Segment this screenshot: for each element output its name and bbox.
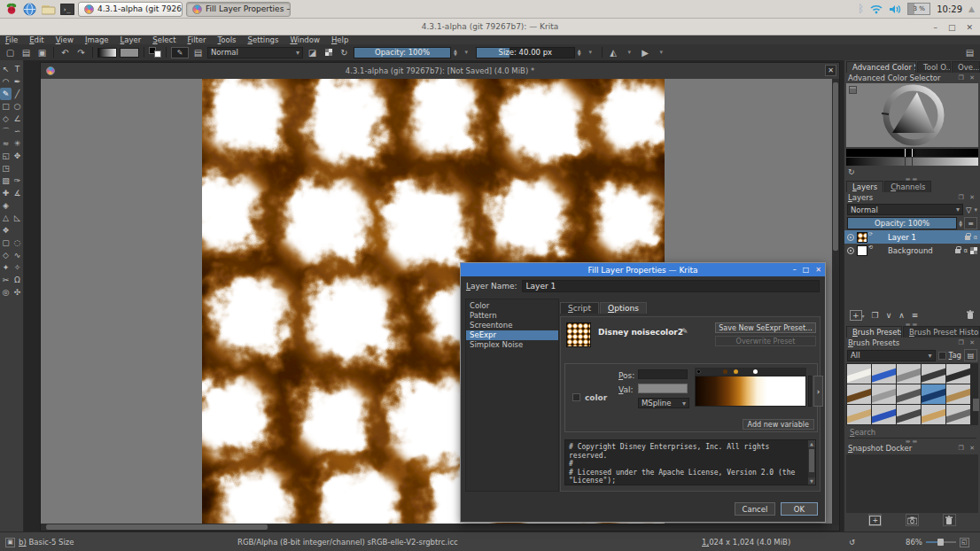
app-menu-raspberry-icon[interactable] — [4, 2, 19, 17]
tab-channels[interactable]: Channels — [884, 181, 931, 192]
value-gradient-strip[interactable] — [846, 158, 978, 166]
chevron-down-icon[interactable]: ▾ — [974, 206, 977, 213]
close-docker-icon[interactable]: ✕ — [969, 194, 976, 201]
tool-transform-cursor[interactable]: ↖ — [0, 63, 12, 75]
tool-bezier-curve[interactable]: ⌒ — [0, 125, 12, 137]
gradient-chooser[interactable] — [97, 48, 117, 58]
horizontal-scrollbar[interactable] — [41, 524, 832, 531]
gradient-stop[interactable] — [696, 369, 701, 374]
tool-bezier-select[interactable]: ✂ — [0, 274, 12, 286]
tool-contiguous-select[interactable]: ✦ — [0, 261, 12, 274]
terminal-icon[interactable]: ›_ — [59, 2, 74, 17]
reload-preset-icon[interactable]: ↻ — [338, 46, 351, 58]
brush-preset-tile[interactable] — [847, 364, 871, 384]
tool-freehand-brush[interactable]: ✎ — [0, 88, 12, 100]
tab-brush-preset-history[interactable]: Brush Preset History — [903, 326, 980, 338]
opacity-spinner[interactable]: ▲▼ — [454, 49, 457, 56]
float-docker-icon[interactable]: ❐ — [959, 445, 966, 452]
redo-icon[interactable]: ↷ — [74, 46, 88, 58]
tool-transform[interactable]: ◱ — [0, 150, 12, 162]
memory-sync-icon[interactable]: ↺ — [849, 538, 855, 547]
brush-preset-tile[interactable] — [946, 405, 970, 424]
visibility-eye-icon[interactable] — [847, 247, 854, 254]
create-snapshot-icon[interactable]: + — [868, 514, 882, 526]
display-mode-icon[interactable]: ▤ — [964, 349, 977, 361]
tool-move[interactable]: ✥ — [12, 150, 23, 162]
menu-file[interactable]: File — [5, 35, 18, 44]
layer-filter-icon[interactable]: ▽ — [966, 206, 972, 214]
mirror-h-options-icon[interactable]: ▾ — [623, 46, 636, 58]
tool-similar-select[interactable]: ✧ — [12, 261, 23, 274]
pattern-chooser[interactable] — [120, 48, 139, 58]
tool-edit-shapes[interactable]: ◠ — [0, 75, 12, 88]
color-profile-info[interactable]: RGB/Alpha (8-bit integer/channel) sRGB-e… — [237, 538, 458, 547]
brush-preset-tile[interactable] — [847, 405, 871, 424]
snapshot-list[interactable] — [846, 454, 978, 513]
cpu-monitor[interactable]: 3 % — [907, 3, 930, 15]
browser-icon[interactable] — [22, 2, 37, 17]
brush-preset-tile[interactable] — [946, 384, 970, 404]
tool-zoom[interactable]: ◎ — [0, 286, 12, 299]
brush-preset-grid[interactable] — [846, 363, 978, 425]
bluetooth-icon[interactable]: ᛒ — [858, 4, 864, 14]
tool-freehand-path[interactable]: ∽ — [12, 125, 23, 137]
menu-image[interactable]: Image — [85, 35, 109, 44]
preset-thumbnail[interactable] — [566, 322, 591, 347]
menu-edit[interactable]: Edit — [29, 35, 43, 44]
tab-script[interactable]: Script — [560, 302, 599, 314]
gradient-expand-arrow-icon[interactable]: › — [813, 376, 823, 407]
val-input[interactable] — [638, 384, 688, 393]
tool-ellipse[interactable]: ○ — [12, 100, 23, 113]
brush-preset-tile[interactable] — [872, 384, 896, 404]
ok-button[interactable]: OK — [781, 502, 818, 516]
lock-icon[interactable] — [965, 236, 970, 240]
wifi-icon[interactable] — [870, 4, 883, 14]
tool-rectangle[interactable]: □ — [0, 100, 12, 113]
brush-preset-tile[interactable] — [922, 364, 945, 384]
file-manager-icon[interactable] — [41, 2, 56, 17]
tool-text[interactable]: T — [12, 63, 23, 75]
move-layer-down-icon[interactable]: ∨ — [886, 311, 892, 320]
layer-opacity-spinner[interactable]: ▲▼ — [959, 220, 962, 227]
tab-advanced-color-selector[interactable]: Advanced Color Sel... — [846, 61, 916, 73]
cancel-button[interactable]: Cancel — [735, 502, 775, 516]
tool-polygon-select[interactable]: ◇ — [0, 249, 12, 261]
add-layer-button[interactable]: +▾ — [850, 311, 865, 320]
tool-fill[interactable]: ◈ — [0, 199, 12, 212]
tool-dynamic-brush[interactable]: ≈ — [0, 137, 12, 150]
fg-bg-colors[interactable] — [149, 47, 161, 58]
brush-preset-tile[interactable] — [897, 405, 921, 424]
dialog-minimize-icon[interactable]: – — [793, 266, 797, 274]
tool-measure[interactable]: ∡ — [12, 187, 23, 199]
eject-icon[interactable]: ▲ — [968, 4, 975, 13]
brush-preset-tile[interactable] — [897, 384, 921, 404]
vertical-scrollbar[interactable] — [832, 79, 839, 525]
tool-line[interactable]: ╱ — [12, 88, 23, 100]
overwrite-preset-button[interactable]: Overwrite Preset — [715, 336, 816, 346]
document-titlebar[interactable]: 4.3.1-alpha (git 79267b7): [Not Saved] (… — [41, 63, 839, 79]
menu-tools[interactable]: Tools — [218, 35, 237, 44]
brush-editor-button[interactable]: ✎ — [171, 47, 189, 58]
tool-assistant-magnet[interactable]: ◺ — [12, 212, 23, 224]
generator-pattern[interactable]: Pattern — [466, 311, 558, 321]
color-history-strip[interactable] — [846, 149, 978, 157]
volume-icon[interactable] — [889, 4, 901, 14]
document-close-icon[interactable]: ✕ — [825, 65, 836, 76]
dialog-maximize-icon[interactable]: □ — [803, 266, 810, 274]
tool-pan[interactable]: ✣ — [12, 286, 23, 299]
brush-presets-popup-icon[interactable]: ▤ — [191, 46, 205, 58]
float-docker-icon[interactable]: ❐ — [959, 74, 966, 81]
brush-preset-tile[interactable] — [946, 364, 970, 384]
edit-preset-pencil-icon[interactable]: ✎ — [681, 327, 688, 336]
open-document-icon[interactable]: ▤ — [19, 46, 33, 58]
tool-color-picker[interactable]: ✑ — [12, 175, 23, 187]
preserve-alpha-icon[interactable] — [322, 46, 335, 58]
tool-smart-patch[interactable]: ✚ — [0, 187, 12, 199]
tool-rect-select[interactable]: ▢ — [0, 237, 12, 249]
undo-icon[interactable]: ↶ — [58, 46, 72, 58]
close-docker-icon[interactable]: ✕ — [969, 74, 976, 81]
generator-seexpr[interactable]: SeExpr — [466, 330, 558, 340]
float-docker-icon[interactable]: ❐ — [959, 194, 966, 201]
scroll-down-icon[interactable]: ▼ — [808, 477, 815, 485]
close-docker-icon[interactable]: ✕ — [969, 339, 976, 346]
